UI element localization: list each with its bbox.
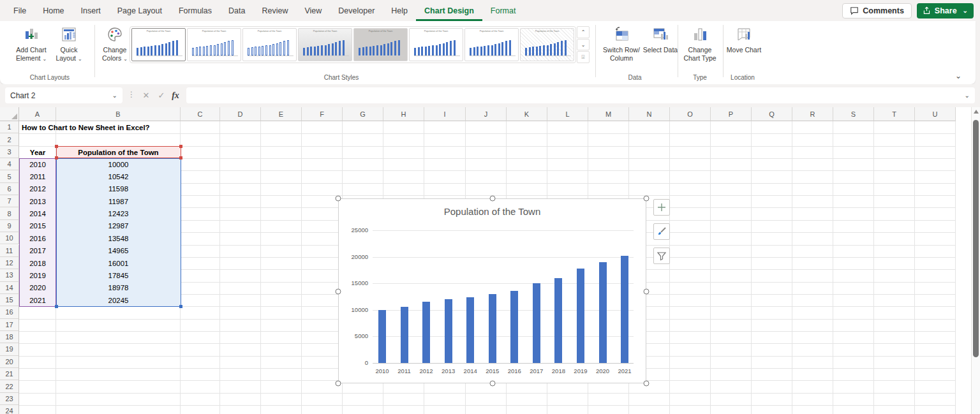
change-chart-type-button[interactable]: Change Chart Type [681, 25, 719, 62]
row-header-20[interactable]: 20 [0, 356, 19, 368]
row-header-6[interactable]: 6 [0, 183, 19, 195]
row-header-3[interactable]: 3 [0, 146, 19, 158]
tab-format[interactable]: Format [482, 0, 524, 21]
col-header-Q[interactable]: Q [752, 107, 792, 121]
tab-insert[interactable]: Insert [73, 0, 109, 21]
tab-page-layout[interactable]: Page Layout [109, 0, 170, 21]
scroll-up-arrow-icon[interactable] [974, 110, 979, 114]
chart-resize-handle[interactable] [644, 196, 650, 202]
cell-year-2021[interactable]: 2021 [19, 294, 56, 306]
col-header-F[interactable]: F [302, 107, 343, 121]
col-header-C[interactable]: C [181, 107, 220, 121]
share-button[interactable]: Share ⌄ [917, 3, 974, 18]
tab-chart-design[interactable]: Chart Design [416, 0, 482, 21]
row-header-8[interactable]: 8 [0, 207, 19, 219]
row-header-23[interactable]: 23 [0, 393, 19, 405]
cancel-button[interactable]: ✕ [139, 87, 153, 103]
move-chart-button[interactable]: Move Chart [725, 25, 763, 54]
collapse-ribbon-button[interactable]: ⌄ [955, 71, 961, 80]
cell-year-2015[interactable]: 2015 [19, 220, 56, 232]
chart-resize-handle[interactable] [336, 381, 341, 387]
col-header-B[interactable]: B [56, 107, 181, 121]
col-header-O[interactable]: O [670, 107, 711, 121]
tab-file[interactable]: File [5, 0, 34, 21]
cell-population-2018[interactable]: 16001 [56, 257, 181, 269]
tab-home[interactable]: Home [34, 0, 72, 21]
col-header-I[interactable]: I [424, 107, 466, 121]
col-header-H[interactable]: H [383, 107, 424, 121]
chart-style-thumbnail-2[interactable]: Population of the Town [187, 28, 241, 61]
chart-bar[interactable] [422, 302, 430, 363]
quick-layout-button[interactable]: Quick Layout ⌄ [50, 25, 88, 62]
row-header-1[interactable]: 1 [0, 121, 19, 133]
chart-style-thumbnail-5[interactable]: Population of the Town [353, 28, 408, 61]
chart-resize-handle[interactable] [336, 289, 341, 295]
col-header-T[interactable]: T [874, 107, 915, 121]
select-data-button[interactable]: Select Data [641, 25, 679, 54]
switch-row-column-button[interactable]: Switch Row/ Column [601, 25, 642, 62]
row-header-11[interactable]: 11 [0, 245, 19, 257]
chart-bar[interactable] [533, 283, 540, 363]
chart-bar[interactable] [554, 278, 562, 363]
chart-resize-handle[interactable] [336, 196, 341, 202]
col-header-K[interactable]: K [507, 107, 547, 121]
col-header-J[interactable]: J [466, 107, 507, 121]
gallery-scroll-up-button[interactable]: ⌃ [577, 26, 590, 38]
chart-bar[interactable] [489, 294, 496, 363]
row-header-5[interactable]: 5 [0, 170, 19, 182]
row-header-10[interactable]: 10 [0, 232, 19, 244]
range-handle[interactable] [55, 145, 58, 148]
comments-button[interactable]: Comments [842, 3, 912, 18]
tab-data[interactable]: Data [220, 0, 253, 21]
cell-year-2010[interactable]: 2010 [19, 158, 56, 170]
cell-population-2016[interactable]: 13548 [56, 232, 181, 244]
select-all-button[interactable] [0, 107, 19, 121]
row-header-9[interactable]: 9 [0, 220, 19, 232]
cell-a3-year-header[interactable]: Year [19, 146, 56, 158]
chart-bar[interactable] [599, 262, 607, 363]
tab-formulas[interactable]: Formulas [170, 0, 220, 21]
cell-year-2016[interactable]: 2016 [19, 232, 56, 244]
range-handle[interactable] [179, 145, 182, 148]
col-header-M[interactable]: M [588, 107, 629, 121]
chart-styles-button[interactable] [653, 223, 670, 240]
cell-year-2017[interactable]: 2017 [19, 245, 56, 257]
share-caret-icon[interactable]: ⌄ [963, 7, 968, 14]
cell-year-2019[interactable]: 2019 [19, 269, 56, 281]
chart-style-thumbnail-7[interactable]: Population of the Town [464, 28, 519, 61]
row-header-14[interactable]: 14 [0, 282, 19, 294]
gallery-scroll-down-button[interactable]: ⌄ [577, 39, 590, 51]
row-header-13[interactable]: 13 [0, 269, 19, 281]
tab-developer[interactable]: Developer [330, 0, 383, 21]
chart-style-thumbnail-3[interactable]: Population of the Town [242, 28, 297, 61]
col-header-D[interactable]: D [220, 107, 261, 121]
cell-year-2018[interactable]: 2018 [19, 257, 56, 269]
col-header-R[interactable]: R [792, 107, 833, 121]
formula-input[interactable]: ⌄ [186, 87, 975, 103]
tab-help[interactable]: Help [383, 0, 416, 21]
cell-population-2017[interactable]: 14965 [56, 245, 181, 257]
chart-bar[interactable] [577, 269, 584, 363]
formula-expand-caret-icon[interactable]: ⌄ [965, 92, 970, 99]
row-header-12[interactable]: 12 [0, 257, 19, 269]
name-box[interactable]: Chart 2 ⌄ [5, 87, 122, 103]
cell-a1-title[interactable]: How to Chart to New Sheet in Excel? [22, 121, 150, 133]
cell-population-2011[interactable]: 10542 [56, 170, 181, 182]
col-header-N[interactable]: N [629, 107, 670, 121]
chart-style-thumbnail-6[interactable]: Population of the Town [409, 28, 463, 61]
cell-year-2020[interactable]: 2020 [19, 282, 56, 294]
row-header-24[interactable]: 24 [0, 405, 19, 414]
chart-bar[interactable] [378, 310, 386, 363]
cell-population-2019[interactable]: 17845 [56, 269, 181, 281]
enter-button[interactable]: ✓ [154, 87, 168, 103]
gallery-more-button[interactable]: ⍗ [577, 51, 590, 63]
col-header-G[interactable]: G [343, 107, 383, 121]
vertical-scrollbar[interactable] [971, 107, 980, 414]
row-header-15[interactable]: 15 [0, 294, 19, 306]
chart-title[interactable]: Population of the Town [339, 206, 646, 217]
col-header-S[interactable]: S [833, 107, 874, 121]
name-box-caret-icon[interactable]: ⌄ [112, 92, 117, 99]
tab-review[interactable]: Review [253, 0, 296, 21]
chart-object[interactable]: Population of the Town 05000100001500020… [338, 198, 646, 383]
cell-population-2015[interactable]: 12987 [56, 220, 181, 232]
